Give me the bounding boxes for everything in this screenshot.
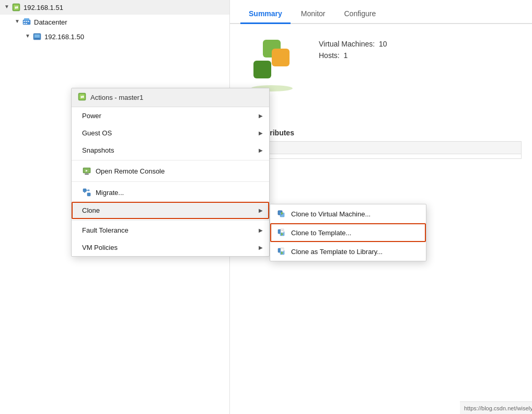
svg-rect-7: [28, 21, 29, 22]
svg-marker-28: [88, 189, 90, 191]
menu-item-snapshots[interactable]: Snapshots ▶: [72, 142, 269, 159]
divider-2: [72, 181, 269, 182]
expand-arrow-child[interactable]: ▼: [24, 33, 31, 40]
svg-rect-25: [87, 193, 90, 196]
table-row: [241, 154, 522, 159]
submenu-item-clone-to-template[interactable]: Clone to Template...: [270, 223, 426, 242]
custom-attributes-section: stom Attributes ttribute: [240, 129, 522, 159]
svg-rect-41: [281, 248, 284, 251]
vm-policies-label: VM Policies: [82, 244, 118, 251]
clone-as-template-library-icon: [277, 247, 287, 256]
attributes-table: ttribute: [240, 141, 522, 159]
vm-stats: Virtual Machines: 10 Hosts: 1: [319, 34, 387, 63]
svg-text:⇄: ⇄: [15, 5, 18, 10]
summary-area: Virtual Machines: 10 Hosts: 1 stom Attri…: [230, 24, 532, 169]
clone-to-vm-label: Clone to Virtual Machine...: [291, 210, 371, 218]
datacenter-label: Datacenter: [34, 18, 67, 26]
status-url: https://blog.csdn.net/wiselyma: [464, 405, 532, 411]
svg-rect-15: [253, 61, 271, 78]
clone-to-vm-icon: [277, 209, 287, 218]
actions-icon: ⇄: [78, 93, 86, 102]
context-menu-header: ⇄ Actions - master1: [72, 88, 269, 107]
svg-rect-6: [26, 21, 27, 22]
menu-item-vm-policies[interactable]: VM Policies ▶: [72, 239, 269, 256]
menu-item-guest-os[interactable]: Guest OS ▶: [72, 124, 269, 142]
status-bar: https://blog.csdn.net/wiselyma: [460, 401, 532, 414]
svg-text:⇄: ⇄: [80, 95, 84, 99]
power-label: Power: [82, 112, 101, 120]
clone-label: Clone: [82, 206, 100, 214]
migrate-icon: [82, 188, 91, 197]
sidebar-item-host-root[interactable]: ▼ ⇄ 192.168.1.51: [0, 0, 229, 15]
clone-as-template-library-label: Clone as Template to Library...: [291, 248, 383, 256]
menu-item-clone[interactable]: Clone ▶: [72, 202, 269, 219]
custom-attributes-title: stom Attributes: [240, 129, 522, 137]
expand-arrow-datacenter[interactable]: ▼: [14, 18, 21, 26]
submenu-item-clone-as-template-library[interactable]: Clone as Template to Library...: [270, 242, 426, 261]
migrate-label: Migrate...: [96, 189, 124, 197]
menu-item-fault-tolerance[interactable]: Fault Tolerance ▶: [72, 222, 269, 239]
submenu-item-clone-to-vm[interactable]: Clone to Virtual Machine...: [270, 204, 426, 223]
svg-rect-8: [24, 23, 25, 24]
divider-3: [72, 220, 269, 221]
remote-console-icon: ▶: [82, 166, 91, 176]
fault-tolerance-arrow: ▶: [259, 227, 263, 233]
guest-os-label: Guest OS: [82, 129, 112, 137]
host-root-label: 192.168.1.51: [24, 4, 63, 12]
vm-info-row: Virtual Machines: 10 Hosts: 1: [240, 34, 522, 97]
menu-item-migrate[interactable]: Migrate...: [72, 183, 269, 202]
virtual-machines-stat: Virtual Machines: 10: [319, 40, 387, 48]
sidebar-item-datacenter[interactable]: ▼ Datacenter: [0, 15, 229, 29]
expand-arrow-host-root[interactable]: ▼: [3, 4, 10, 11]
tab-summary[interactable]: Summary: [240, 5, 291, 23]
clone-arrow: ▶: [259, 208, 263, 213]
menu-item-open-remote-console[interactable]: ▶ Open Remote Console: [72, 162, 269, 180]
submenu-clone: Clone to Virtual Machine... Clone to Tem…: [270, 204, 426, 261]
host-child-label: 192.168.1.50: [44, 33, 84, 41]
context-menu: ⇄ Actions - master1 Power ▶ Guest OS ▶ S…: [71, 88, 270, 257]
fault-tolerance-label: Fault Tolerance: [82, 226, 129, 234]
hosts-stat: Hosts: 1: [319, 51, 387, 60]
divider-1: [72, 160, 269, 160]
snapshots-label: Snapshots: [82, 146, 114, 154]
attribute-col-header: ttribute: [241, 142, 522, 154]
svg-rect-9: [26, 23, 27, 24]
svg-rect-12: [34, 38, 40, 39]
menu-item-power[interactable]: Power ▶: [72, 107, 269, 124]
svg-rect-5: [24, 21, 25, 22]
svg-rect-4: [24, 18, 29, 20]
remote-console-label: Open Remote Console: [96, 167, 165, 175]
svg-rect-14: [272, 49, 290, 66]
snapshots-arrow: ▶: [259, 147, 263, 153]
context-menu-title: Actions - master1: [90, 94, 143, 101]
host-child-icon: [32, 32, 42, 41]
sidebar-item-host-child[interactable]: ▼ 192.168.1.50: [0, 29, 229, 44]
svg-text:▶: ▶: [86, 169, 88, 172]
host-root-icon: ⇄: [11, 3, 21, 12]
datacenter-icon: [22, 17, 31, 27]
vm-policies-arrow: ▶: [259, 245, 263, 250]
tabs-bar: Summary Monitor Configure: [230, 0, 532, 24]
guest-os-arrow: ▶: [259, 130, 263, 136]
svg-rect-11: [34, 34, 40, 38]
tab-monitor[interactable]: Monitor: [293, 5, 334, 23]
clone-to-template-label: Clone to Template...: [291, 229, 351, 237]
clone-to-template-icon: [277, 228, 287, 237]
svg-rect-22: [85, 174, 89, 175]
tab-configure[interactable]: Configure: [336, 5, 385, 23]
power-arrow: ▶: [259, 113, 263, 119]
